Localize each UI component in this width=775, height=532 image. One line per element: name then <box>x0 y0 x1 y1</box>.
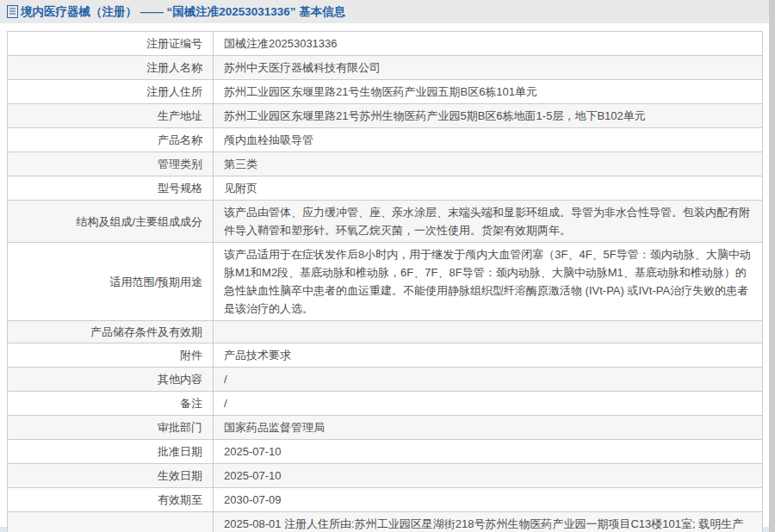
row-value-text: 2025-08-01 注册人住所由:苏州工业园区星湖街218号苏州生物医药产业园… <box>224 515 753 532</box>
row-value: 国家药品监督管理局 <box>214 416 762 439</box>
table-row: 注册人名称 苏州中天医疗器械科技有限公司 <box>8 55 762 79</box>
row-label: 批准日期 <box>8 440 214 463</box>
row-value: 苏州中天医疗器械科技有限公司 <box>214 56 762 79</box>
row-label: 备注 <box>8 392 214 415</box>
row-value-text: 2025-07-10 <box>224 467 282 485</box>
row-value-text: 苏州工业园区东堰里路21号苏州生物医药产业园5期B区6栋地面1-5层，地下B10… <box>224 107 646 125</box>
table-row: 生产地址 苏州工业园区东堰里路21号苏州生物医药产业园5期B区6栋地面1-5层，… <box>8 103 762 127</box>
row-value-text: / <box>224 370 227 388</box>
row-value-text: 该产品适用于在症状发作后8小时内，用于继发于颅内大血管闭塞（3F、4F、5F导管… <box>224 245 753 318</box>
row-value: 产品技术要求 <box>214 343 762 367</box>
table-row: 适用范围/预期用途 该产品适用于在症状发作后8小时内，用于继发于颅内大血管闭塞（… <box>8 242 762 320</box>
page-title: 境内医疗器械（注册） —— “国械注准20253031336” 基本信息 <box>7 4 345 20</box>
page-title-text: 境内医疗器械（注册） —— “国械注准20253031336” 基本信息 <box>21 4 345 20</box>
row-label: 型号规格 <box>8 176 214 200</box>
table-row: 附件 产品技术要求 <box>8 343 762 367</box>
table-row: 注册人住所 苏州工业园区东堰里路21号生物医药产业园五期B区6栋101单元 <box>8 79 762 103</box>
row-value-text: 第三类 <box>224 155 257 173</box>
table-row: 其他内容 / <box>8 367 762 391</box>
row-value: 2025-07-10 <box>214 464 762 487</box>
table-row: 有效期至 2030-07-09 <box>8 487 762 511</box>
table-row: 管理类别 第三类 <box>8 152 762 176</box>
row-label: 生效日期 <box>8 464 214 487</box>
row-label: 适用范围/预期用途 <box>8 243 214 320</box>
row-label: 其他内容 <box>8 368 214 391</box>
row-value-text: 国家药品监督管理局 <box>224 418 325 436</box>
row-label: 审批部门 <box>8 416 214 439</box>
row-label: 注册人名称 <box>8 56 214 79</box>
registration-info-table: 注册证编号 国械注准20253031336 注册人名称 苏州中天医疗器械科技有限… <box>7 31 763 532</box>
row-label: 产品名称 <box>8 128 214 152</box>
row-label: 变更情况 <box>8 512 214 532</box>
row-value-text: 苏州工业园区东堰里路21号生物医药产业园五期B区6栋101单元 <box>224 83 537 101</box>
table-row: 型号规格 见附页 <box>8 176 762 200</box>
row-value-text: 颅内血栓抽吸导管 <box>224 131 313 149</box>
row-label: 注册证编号 <box>8 32 214 55</box>
row-value-text: 产品技术要求 <box>224 346 291 364</box>
table-row: 变更情况 2025-08-01 注册人住所由:苏州工业园区星湖街218号苏州生物… <box>8 511 762 532</box>
row-value-text: 见附页 <box>224 179 257 197</box>
table-row: 备注 / <box>8 391 762 415</box>
row-value-text: 苏州中天医疗器械科技有限公司 <box>224 59 381 77</box>
row-value-text: 国械注准20253031336 <box>224 34 338 53</box>
page-header: 境内医疗器械（注册） —— “国械注准20253031336” 基本信息 <box>0 0 769 23</box>
row-value: 苏州工业园区东堰里路21号生物医药产业园五期B区6栋101单元 <box>214 80 762 103</box>
row-label: 附件 <box>8 343 214 367</box>
row-value: 该产品适用于在症状发作后8小时内，用于继发于颅内大血管闭塞（3F、4F、5F导管… <box>214 243 762 320</box>
table-row: 注册证编号 国械注准20253031336 <box>8 32 762 55</box>
table-row: 产品储存条件及有效期 <box>8 320 762 343</box>
table-row: 审批部门 国家药品监督管理局 <box>8 415 762 439</box>
row-value-text: 2030-07-09 <box>224 491 282 509</box>
row-label: 管理类别 <box>8 152 214 176</box>
row-value: 颅内血栓抽吸导管 <box>214 128 762 152</box>
row-label: 产品储存条件及有效期 <box>8 321 214 343</box>
table-row: 生效日期 2025-07-10 <box>8 463 762 487</box>
row-value <box>214 321 762 343</box>
row-value-text: 该产品由管体、应力缓冲管、座、亲水涂层、末端头端和显影环组成。导管为非水合性导管… <box>224 203 753 239</box>
document-icon <box>7 5 18 18</box>
table-row: 产品名称 颅内血栓抽吸导管 <box>8 127 762 152</box>
row-value: 苏州工业园区东堰里路21号苏州生物医药产业园5期B区6栋地面1-5层，地下B10… <box>214 104 762 127</box>
window-edge-strip <box>769 0 775 532</box>
row-value: 该产品由管体、应力缓冲管、座、亲水涂层、末端头端和显影环组成。导管为非水合性导管… <box>214 201 762 242</box>
row-value: 2025-08-01 注册人住所由:苏州工业园区星湖街218号苏州生物医药产业园… <box>214 512 762 532</box>
row-value: 2025-07-10 <box>214 440 762 463</box>
row-value-text: 2025-07-10 <box>224 442 282 461</box>
row-value: 见附页 <box>214 176 762 200</box>
row-value: / <box>214 392 762 415</box>
row-value: 2030-07-09 <box>214 488 762 511</box>
row-label: 有效期至 <box>8 488 214 511</box>
row-label: 生产地址 <box>8 104 214 127</box>
table-row: 结构及组成/主要组成成分 该产品由管体、应力缓冲管、座、亲水涂层、末端头端和显影… <box>8 200 762 242</box>
page-container: 境内医疗器械（注册） —— “国械注准20253031336” 基本信息 注册证… <box>0 0 769 527</box>
row-label: 注册人住所 <box>8 80 214 103</box>
table-row: 批准日期 2025-07-10 <box>8 439 762 463</box>
row-value: / <box>214 368 762 391</box>
row-value: 国械注准20253031336 <box>214 32 762 55</box>
row-label: 结构及组成/主要组成成分 <box>8 201 214 242</box>
row-value-text: / <box>224 394 227 412</box>
row-value: 第三类 <box>214 152 762 176</box>
